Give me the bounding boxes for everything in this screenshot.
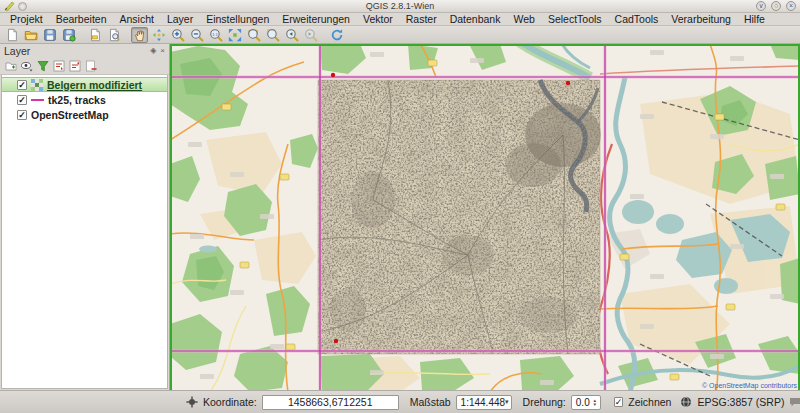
layer-row-belgern[interactable]: ✓ Belgern modifiziert [2, 77, 167, 92]
zoom-native-icon: 1:1 [209, 28, 223, 42]
coordinate-label: Koordinate: [203, 396, 257, 408]
panel-float-button[interactable]: ◈ [150, 46, 156, 56]
collapse-all-button[interactable] [69, 60, 81, 72]
raster-thumbnail-icon [31, 79, 43, 91]
pan-to-selection-button[interactable] [150, 27, 167, 43]
new-project-button[interactable] [3, 27, 20, 43]
layer-panel: Layer ◈ × [0, 44, 170, 390]
main-toolbar: 1:1 [0, 26, 800, 44]
zoom-to-layer-button[interactable] [245, 27, 262, 43]
menu-einstellungen[interactable]: Einstellungen [200, 13, 275, 25]
zoom-to-selection-button[interactable] [264, 27, 281, 43]
app-icon [4, 1, 15, 11]
menu-layer[interactable]: Layer [161, 13, 199, 25]
zoom-in-button[interactable] [169, 27, 186, 43]
pan-map-button[interactable] [131, 27, 148, 43]
open-project-icon [24, 28, 38, 42]
filter-funnel-icon [37, 60, 49, 72]
tracking-icon[interactable] [186, 396, 198, 408]
menu-erweiterungen[interactable]: Erweiterungen [276, 13, 356, 25]
filter-legend-button[interactable] [37, 60, 49, 72]
remove-layer-button[interactable] [85, 60, 97, 72]
coordinate-input[interactable] [262, 395, 399, 410]
crs-label[interactable]: EPSG:3857 (SRP) [697, 396, 784, 408]
layer-panel-title: Layer [4, 45, 30, 57]
menu-verarbeitung[interactable]: Verarbeitung [665, 13, 737, 25]
collapse-all-icon [69, 60, 81, 72]
zoom-last-icon [285, 28, 299, 42]
render-checkbox[interactable]: ✓ [614, 397, 624, 407]
zoom-next-button[interactable] [302, 27, 319, 43]
pan-to-selection-icon [152, 28, 166, 42]
menu-projekt[interactable]: Projekt [4, 13, 49, 25]
refresh-button[interactable] [328, 27, 345, 43]
scale-combobox[interactable]: 1:144.448 ▾ [456, 395, 512, 410]
layer-row-tk25[interactable]: ✓ tk25, tracks [2, 92, 167, 107]
rotation-spinbox[interactable]: 0.0 ▴ ▾ [571, 395, 601, 410]
spin-down-icon[interactable]: ▾ [593, 402, 596, 406]
save-project-icon [43, 28, 57, 42]
minimize-button[interactable]: ∨ [756, 1, 766, 11]
window-title: QGIS 2.8.1-Wien [366, 1, 435, 11]
window-menu-icon[interactable] [18, 2, 27, 11]
menu-web[interactable]: Web [507, 13, 540, 25]
crs-globe-icon[interactable] [680, 396, 692, 408]
remove-layer-icon [85, 60, 97, 72]
panel-close-button[interactable]: × [160, 46, 165, 56]
zoom-full-button[interactable] [226, 27, 243, 43]
menu-ansicht[interactable]: Ansicht [113, 13, 159, 25]
map-render [170, 44, 800, 390]
zoom-out-button[interactable] [188, 27, 205, 43]
rotation-value: 0.0 [576, 397, 590, 408]
maximize-button[interactable]: ○ [771, 1, 781, 11]
menu-hilfe[interactable]: Hilfe [738, 13, 771, 25]
chevron-down-icon: ▾ [505, 398, 509, 406]
layer-list: ✓ Belgern modifiziert ✓ tk25, tracks ✓ O… [1, 75, 168, 389]
close-button[interactable]: × [786, 1, 796, 11]
new-composer-icon [88, 28, 102, 42]
title-bar: QGIS 2.8.1-Wien ∨ ○ × [0, 0, 800, 13]
add-group-button[interactable] [5, 60, 17, 72]
manage-visibility-button[interactable] [21, 60, 33, 72]
layer-checkbox[interactable]: ✓ [17, 95, 27, 105]
osm-attribution[interactable]: © OpenStreetMap contributors [702, 382, 797, 389]
composer-manager-icon [107, 28, 121, 42]
menu-bearbeiten[interactable]: Bearbeiten [50, 13, 113, 25]
save-project-as-icon [62, 28, 76, 42]
composer-manager-button[interactable] [105, 27, 122, 43]
new-project-icon [5, 28, 19, 42]
menu-datenbank[interactable]: Datenbank [444, 13, 507, 25]
layer-panel-toolbar [0, 58, 169, 75]
zoom-to-layer-icon [247, 28, 261, 42]
menu-bar: Projekt Bearbeiten Ansicht Layer Einstel… [0, 13, 800, 26]
menu-vektor[interactable]: Vektor [357, 13, 399, 25]
layer-checkbox[interactable]: ✓ [17, 80, 27, 90]
messages-bubble-icon[interactable] [789, 396, 800, 408]
rotation-label: Drehung: [523, 396, 566, 408]
status-bar: Koordinate: Maßstab 1:144.448 ▾ Drehung:… [0, 390, 800, 413]
scale-value: 1:144.448 [461, 397, 506, 408]
map-canvas[interactable]: © OpenStreetMap contributors [170, 44, 800, 390]
render-label: Zeichnen [628, 396, 671, 408]
menu-cadtools[interactable]: CadTools [609, 13, 665, 25]
open-project-button[interactable] [22, 27, 39, 43]
refresh-icon [330, 28, 344, 42]
zoom-out-icon [190, 28, 204, 42]
menu-raster[interactable]: Raster [400, 13, 443, 25]
zoom-to-selection-icon [266, 28, 280, 42]
zoom-last-button[interactable] [283, 27, 300, 43]
layer-row-openstreetmap[interactable]: ✓ OpenStreetMap [2, 107, 167, 122]
save-project-button[interactable] [41, 27, 58, 43]
zoom-next-icon [304, 28, 318, 42]
zoom-in-icon [171, 28, 185, 42]
zoom-native-button[interactable]: 1:1 [207, 27, 224, 43]
zoom-full-icon [228, 28, 242, 42]
new-composer-button[interactable] [86, 27, 103, 43]
scale-label: Maßstab [410, 396, 451, 408]
menu-selecttools[interactable]: SelectTools [542, 13, 608, 25]
expand-all-button[interactable] [53, 60, 65, 72]
layer-checkbox[interactable]: ✓ [17, 110, 27, 120]
qgis-window: QGIS 2.8.1-Wien ∨ ○ × Projekt Bearbeiten… [0, 0, 800, 413]
save-project-as-button[interactable] [60, 27, 77, 43]
layer-label: OpenStreetMap [31, 109, 109, 121]
